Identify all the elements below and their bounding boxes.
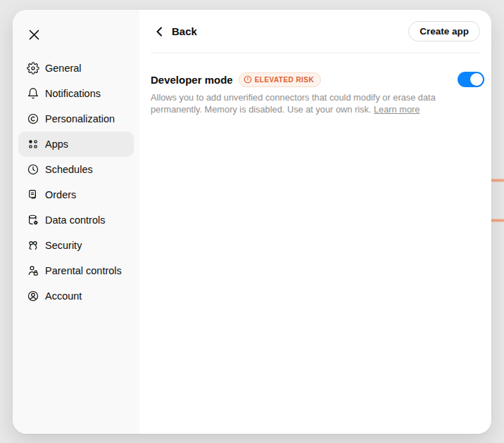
main-header: Back Create app [151, 10, 480, 53]
person-circle-icon [27, 290, 39, 302]
elevated-risk-badge: ELEVATED RISK [239, 72, 321, 87]
close-icon [29, 30, 39, 40]
sidebar-item-label: Orders [45, 189, 76, 200]
sidebar-item-label: Account [45, 290, 82, 302]
create-app-button[interactable]: Create app [408, 21, 480, 41]
sidebar-item-label: Apps [45, 139, 68, 150]
toggle-knob [470, 73, 483, 86]
settings-sidebar: General Notifications Personalization Ap… [13, 10, 139, 434]
sidebar-item-data-controls[interactable]: Data controls [18, 207, 134, 233]
chevron-left-icon [155, 27, 163, 37]
sidebar-item-label: General [45, 63, 82, 74]
sidebar-item-apps[interactable]: Apps [18, 131, 134, 157]
apps-grid-icon [27, 138, 39, 150]
developer-mode-toggle[interactable] [458, 72, 484, 87]
sidebar-item-personalization[interactable]: Personalization [18, 106, 134, 131]
settings-main-pane: Back Create app Developer mode [139, 10, 491, 434]
sidebar-item-notifications[interactable]: Notifications [18, 81, 134, 106]
sidebar-item-label: Notifications [45, 88, 101, 99]
sidebar-item-general[interactable]: General [18, 56, 134, 81]
sidebar-item-label: Personalization [45, 113, 115, 124]
sidebar-item-schedules[interactable]: Schedules [18, 157, 134, 182]
elevated-risk-label: ELEVATED RISK [255, 76, 314, 84]
settings-modal: General Notifications Personalization Ap… [13, 10, 491, 434]
back-label: Back [172, 25, 197, 37]
database-gear-icon [27, 214, 39, 226]
learn-more-link[interactable]: Learn more [374, 104, 420, 115]
clock-icon [27, 163, 39, 176]
back-button[interactable]: Back [151, 25, 197, 37]
receipt-icon [27, 188, 39, 201]
keys-icon [27, 239, 39, 252]
apps-settings-content: Developer mode ELEVATED RISK Allows you … [139, 53, 491, 116]
sidebar-item-orders[interactable]: Orders [18, 182, 134, 207]
gear-icon [27, 62, 39, 75]
sidebar-item-label: Data controls [45, 214, 105, 226]
developer-mode-row: Developer mode ELEVATED RISK Allows you … [151, 72, 484, 116]
developer-mode-description: Allows you to add unverified connectors … [151, 92, 458, 116]
person-lock-icon [27, 264, 39, 277]
developer-mode-title: Developer mode [151, 74, 233, 86]
sidebar-item-security[interactable]: Security [18, 233, 134, 258]
sidebar-item-label: Parental controls [45, 265, 122, 276]
sidebar-item-label: Schedules [45, 164, 93, 175]
sidebar-item-label: Security [45, 240, 82, 251]
sidebar-item-account[interactable]: Account [18, 283, 134, 309]
bell-icon [27, 87, 39, 100]
warning-circle-icon [244, 75, 252, 84]
sidebar-item-parental-controls[interactable]: Parental controls [18, 258, 134, 283]
close-button[interactable] [21, 22, 46, 47]
sidebar-nav: General Notifications Personalization Ap… [18, 56, 134, 309]
personalization-icon [27, 113, 39, 125]
